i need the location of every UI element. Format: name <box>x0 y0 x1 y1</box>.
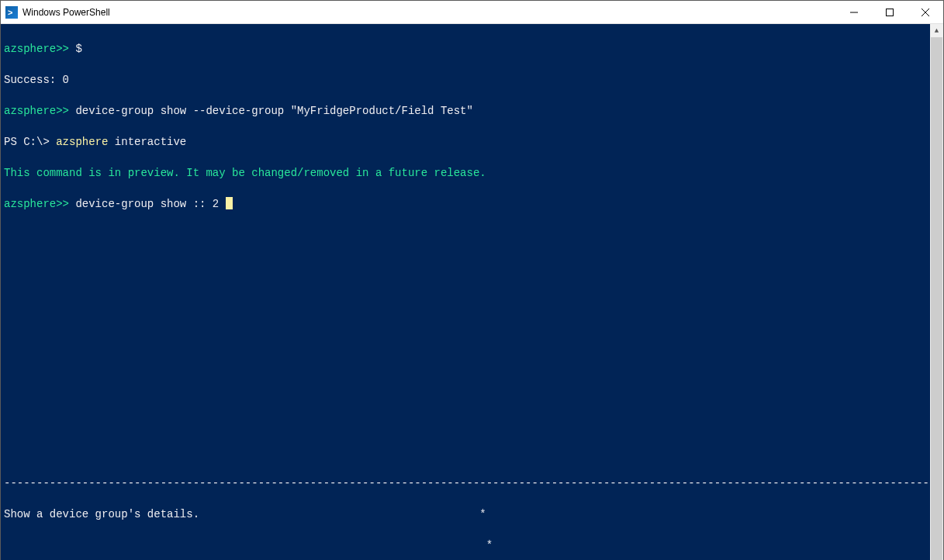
preview-warning: This command is in preview. It may be ch… <box>4 165 940 181</box>
powershell-window: Windows PowerShell azsphere>> $ Success:… <box>0 0 944 560</box>
command-text: device-group show --device-group "MyFrid… <box>69 105 473 117</box>
output-line: Success: 0 <box>4 72 940 88</box>
scroll-thumb[interactable] <box>931 37 942 560</box>
terminal-area: azsphere>> $ Success: 0 azsphere>> devic… <box>1 24 943 560</box>
minimize-button[interactable] <box>836 1 872 24</box>
current-input: device-group show :: 2 <box>69 198 226 210</box>
titlebar[interactable]: Windows PowerShell <box>1 1 943 24</box>
title-left: Windows PowerShell <box>5 6 110 19</box>
description-line: * <box>4 538 940 553</box>
ps-prompt: PS C:\> <box>4 136 56 148</box>
svg-rect-1 <box>887 9 894 16</box>
divider: ----------------------------------------… <box>4 475 940 491</box>
window-title: Windows PowerShell <box>22 7 110 18</box>
scroll-up-arrow-icon[interactable]: ▲ <box>930 24 943 37</box>
command-highlight: azsphere <box>56 136 115 148</box>
command-text: $ <box>69 43 82 55</box>
window-controls <box>836 1 943 24</box>
vertical-scrollbar[interactable]: ▲ ▼ <box>930 24 943 560</box>
scroll-track[interactable] <box>930 37 943 560</box>
close-button[interactable] <box>908 1 943 24</box>
prompt: azsphere>> <box>4 43 69 55</box>
description-line: Show a device group's details. * <box>4 506 940 522</box>
maximize-button[interactable] <box>872 1 908 24</box>
powershell-icon <box>5 6 18 19</box>
prompt: azsphere>> <box>4 198 69 210</box>
command-text: interactive <box>115 136 186 148</box>
terminal-output[interactable]: azsphere>> $ Success: 0 azsphere>> devic… <box>1 24 943 560</box>
cursor <box>226 197 233 209</box>
prompt: azsphere>> <box>4 105 69 117</box>
